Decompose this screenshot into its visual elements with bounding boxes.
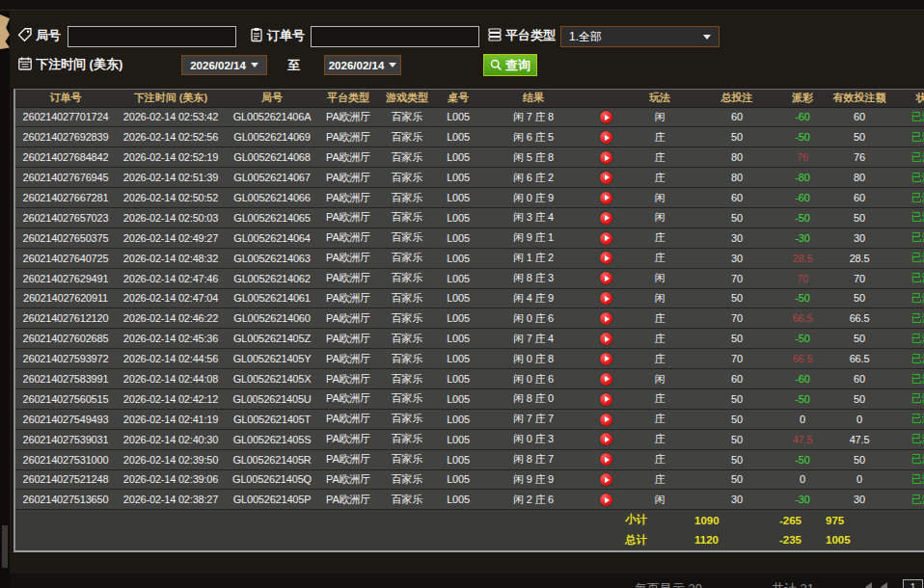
table-row[interactable]: 260214027612120 2026-02-14 02:46:22 GL00…	[15, 308, 924, 329]
date-from-select[interactable]: 2026/02/14	[181, 55, 267, 75]
play-icon[interactable]	[600, 312, 612, 325]
play-icon[interactable]	[600, 111, 612, 123]
cell-result: 闲 0 庄 6	[480, 308, 586, 329]
cell-payout: -50	[779, 449, 826, 469]
cell-replay	[586, 207, 625, 227]
cell-order-no: 260214027692839	[15, 127, 116, 147]
table-row[interactable]: 260214027676945 2026-02-14 02:51:39 GL00…	[15, 168, 924, 188]
col-table-no[interactable]: 桌号	[436, 90, 480, 107]
col-payout[interactable]: 派彩	[779, 90, 826, 107]
cell-valid-bet: 0	[826, 409, 893, 429]
cell-total-bet: 50	[694, 288, 779, 308]
cell-order-no: 260214027620911	[15, 288, 116, 308]
col-game-no[interactable]: 局号	[226, 90, 318, 107]
table-row[interactable]: 260214027620911 2026-02-14 02:47:04 GL00…	[15, 288, 924, 308]
table-row[interactable]: 260214027667281 2026-02-14 02:50:52 GL00…	[15, 188, 924, 208]
game-no-label: 局号	[36, 27, 61, 44]
col-play-type[interactable]: 玩法	[625, 90, 694, 107]
prev-page-icon[interactable]	[881, 582, 887, 588]
play-icon[interactable]	[600, 292, 612, 305]
col-order[interactable]: 订单号	[15, 90, 116, 107]
table-row[interactable]: 260214027560515 2026-02-14 02:42:12 GL00…	[15, 388, 924, 409]
game-no-input[interactable]	[68, 26, 236, 47]
table-row[interactable]: 260214027531000 2026-02-14 02:39:50 GL00…	[15, 449, 924, 469]
col-status[interactable]: 状态	[893, 90, 924, 107]
table-row[interactable]: 260214027657023 2026-02-14 02:50:03 GL00…	[15, 207, 924, 227]
play-icon[interactable]	[600, 433, 612, 445]
chevron-down-icon	[251, 63, 258, 67]
col-game-type[interactable]: 游戏类型	[378, 90, 436, 107]
play-icon[interactable]	[600, 494, 612, 506]
cell-valid-bet: 50	[826, 288, 893, 308]
cell-total-bet: 80	[694, 147, 779, 168]
cell-play-type: 闲	[625, 268, 694, 288]
cell-game-type: 百家乐	[378, 388, 436, 409]
play-icon[interactable]	[600, 393, 612, 406]
cell-game-type: 百家乐	[378, 449, 436, 469]
cell-bet-time: 2026-02-14 02:46:22	[116, 308, 226, 329]
cell-game-type: 百家乐	[378, 409, 436, 429]
play-icon[interactable]	[600, 414, 612, 426]
play-icon[interactable]	[600, 333, 612, 345]
platform-type-select[interactable]: 1.全部	[560, 26, 720, 47]
play-icon[interactable]	[600, 131, 612, 144]
play-icon[interactable]	[600, 453, 612, 466]
play-icon[interactable]	[600, 172, 612, 184]
table-row[interactable]: 260214027692839 2026-02-14 02:52:56 GL00…	[15, 127, 924, 147]
grand-total-status-cell	[893, 530, 924, 550]
table-row[interactable]: 260214027602685 2026-02-14 02:45:36 GL00…	[15, 329, 924, 349]
cell-payout: -80	[779, 168, 826, 188]
cell-status: 已派彩	[893, 188, 924, 208]
table-row[interactable]: 260214027640725 2026-02-14 02:48:32 GL00…	[15, 248, 924, 268]
play-icon[interactable]	[600, 192, 612, 204]
date-to-select[interactable]: 2026/02/14	[324, 55, 401, 75]
cell-play-type: 庄	[625, 449, 694, 469]
table-row[interactable]: 260214027549493 2026-02-14 02:41:19 GL00…	[15, 409, 924, 429]
play-icon[interactable]	[600, 473, 612, 486]
cell-result: 闲 0 庄 6	[480, 369, 586, 389]
table-row[interactable]: 260214027701724 2026-02-14 02:53:42 GL00…	[15, 107, 924, 127]
play-icon[interactable]	[600, 212, 612, 225]
cell-table-no: L005	[436, 207, 480, 227]
cell-order-no: 260214027513650	[15, 490, 116, 510]
table-row[interactable]: 260214027539031 2026-02-14 02:40:30 GL00…	[15, 429, 924, 449]
col-platform[interactable]: 平台类型	[318, 90, 378, 107]
cell-replay	[586, 147, 625, 168]
table-row[interactable]: 260214027684842 2026-02-14 02:52:19 GL00…	[15, 147, 924, 168]
table-row[interactable]: 260214027593972 2026-02-14 02:44:56 GL00…	[15, 349, 924, 369]
page-number-input[interactable]: 1	[903, 579, 923, 588]
cell-total-bet: 80	[694, 168, 779, 188]
collapsed-side-panel[interactable]	[0, 11, 10, 588]
cell-result: 闲 4 庄 9	[480, 288, 586, 308]
table-row[interactable]: 260214027583991 2026-02-14 02:44:08 GL00…	[15, 369, 924, 389]
clipboard-icon	[249, 27, 264, 42]
cell-status: 已派彩	[893, 227, 924, 248]
col-bet-time[interactable]: 下注时间 (美东)	[116, 90, 226, 107]
first-page-icon[interactable]	[865, 582, 872, 588]
play-icon[interactable]	[600, 272, 612, 284]
table-row[interactable]: 260214027513650 2026-02-14 02:38:27 GL00…	[15, 490, 924, 510]
cell-replay	[586, 388, 625, 409]
table-row[interactable]: 260214027650375 2026-02-14 02:49:27 GL00…	[15, 227, 924, 248]
table-row[interactable]: 260214027629491 2026-02-14 02:47:46 GL00…	[15, 268, 924, 288]
col-valid-bet[interactable]: 有效投注额	[826, 90, 893, 107]
cell-payout: -30	[779, 490, 826, 510]
col-total-bet[interactable]: 总投注	[694, 90, 779, 107]
cell-game-type: 百家乐	[378, 168, 436, 188]
query-button[interactable]: 查询	[483, 54, 537, 76]
cell-order-no: 260214027701724	[15, 107, 116, 127]
col-result[interactable]: 结果	[480, 90, 586, 107]
play-icon[interactable]	[600, 232, 612, 245]
play-icon[interactable]	[600, 151, 612, 164]
cell-result: 闲 7 庄 4	[480, 329, 586, 349]
cell-play-type: 闲	[625, 107, 694, 127]
page-size-text: 每页显示 20	[635, 580, 702, 588]
order-no-input[interactable]	[311, 26, 479, 47]
table-row[interactable]: 260214027521248 2026-02-14 02:39:06 GL00…	[15, 469, 924, 490]
play-icon[interactable]	[600, 252, 612, 264]
play-icon[interactable]	[600, 373, 612, 386]
cell-bet-time: 2026-02-14 02:42:12	[116, 388, 226, 409]
cell-total-bet: 70	[694, 308, 779, 329]
play-icon[interactable]	[600, 353, 612, 365]
cell-result: 闲 7 庄 8	[480, 107, 586, 127]
